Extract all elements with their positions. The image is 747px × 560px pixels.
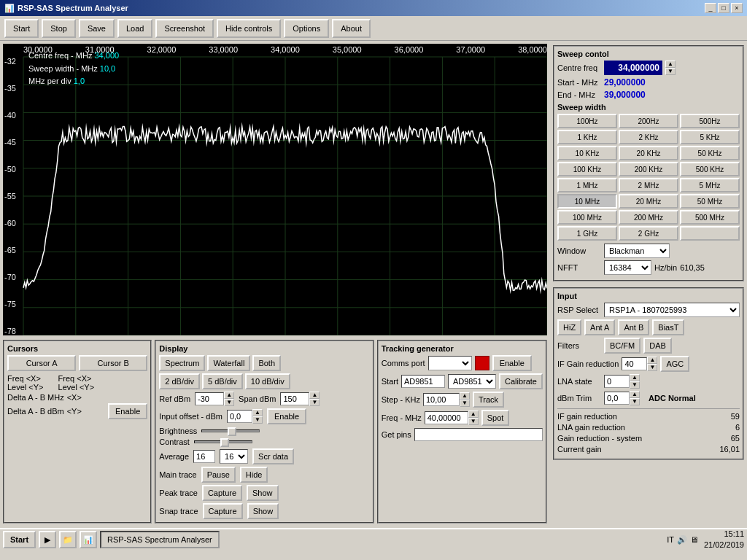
start-menu-btn[interactable]: Start (3, 531, 36, 548)
freq-50mhz[interactable]: 50 MHz (680, 194, 740, 209)
if-gain-input[interactable] (622, 357, 647, 370)
maximize-btn[interactable]: □ (718, 3, 729, 13)
offset-enable-btn[interactable]: Enable (267, 408, 306, 424)
quick-launch-1[interactable]: ▶ (39, 531, 56, 548)
snap-show-btn[interactable]: Show (247, 503, 279, 519)
freq-100khz[interactable]: 100 KHz (557, 162, 617, 176)
peak-capture-btn[interactable]: Capture (202, 485, 242, 501)
freq-200mhz[interactable]: 200 MHz (619, 210, 678, 225)
freq-mhz-input[interactable] (425, 411, 468, 424)
10db-btn[interactable]: 10 dB/div (245, 373, 290, 389)
hide-controls-btn[interactable]: Hide controls (217, 19, 281, 38)
window-select[interactable]: Blackman (604, 244, 670, 258)
about-toolbar-btn[interactable]: About (332, 19, 371, 38)
if-gain-down[interactable]: ▼ (647, 364, 657, 371)
centre-freq-down[interactable]: ▼ (665, 68, 676, 75)
pause-btn[interactable]: Pause (201, 467, 236, 483)
tg-start-input[interactable] (401, 375, 445, 388)
freq-2mhz[interactable]: 2 MHz (619, 178, 678, 192)
brightness-slider[interactable] (201, 429, 260, 432)
options-toolbar-btn[interactable]: Options (284, 19, 329, 38)
average-input[interactable] (193, 450, 215, 463)
average-select[interactable]: 16 (220, 449, 248, 464)
save-toolbar-btn[interactable]: Save (79, 19, 115, 38)
freq-20mhz[interactable]: 20 MHz (619, 194, 678, 209)
freq-5khz[interactable]: 5 KHz (680, 130, 740, 144)
freq-2ghz[interactable]: 2 GHz (619, 226, 678, 241)
track-btn[interactable]: Track (473, 392, 504, 408)
calibrate-btn[interactable]: Calibrate (499, 373, 543, 389)
ref-dbm-down[interactable]: ▼ (224, 399, 234, 406)
freq-5mhz[interactable]: 5 MHz (680, 178, 740, 192)
minimize-btn[interactable]: _ (705, 3, 716, 13)
dbm-trim-input[interactable] (604, 392, 630, 405)
freq-50khz[interactable]: 50 KHz (680, 146, 740, 160)
cursor-b-btn[interactable]: Cursor B (79, 355, 147, 371)
2db-btn[interactable]: 2 dB/div (159, 373, 200, 389)
scr-data-btn[interactable]: Scr data (252, 448, 294, 464)
freq-down[interactable]: ▼ (468, 418, 479, 425)
freq-500hz[interactable]: 500Hz (680, 114, 740, 128)
ref-dbm-up[interactable]: ▲ (224, 392, 234, 399)
biastee-btn[interactable]: BiasT (652, 319, 684, 335)
quick-launch-3[interactable]: 📊 (80, 531, 97, 548)
freq-up[interactable]: ▲ (468, 411, 479, 418)
nfft-select[interactable]: 16384 (604, 260, 651, 275)
tracking-enable-btn[interactable]: Enable (492, 355, 532, 371)
span-dbm-down[interactable]: ▼ (309, 399, 320, 406)
hide-btn[interactable]: Hide (240, 467, 268, 483)
step-up[interactable]: ▲ (460, 392, 470, 400)
step-khz-input[interactable] (423, 393, 460, 406)
freq-200khz[interactable]: 200 KHz (619, 162, 678, 176)
5db-btn[interactable]: 5 dB/div (202, 373, 243, 389)
freq-100mhz[interactable]: 100 MHz (557, 210, 617, 225)
freq-200hz[interactable]: 200Hz (619, 114, 678, 128)
contrast-slider[interactable] (194, 440, 252, 443)
freq-500mhz[interactable]: 500 MHz (680, 210, 740, 225)
waterfall-btn[interactable]: Waterfall (207, 355, 250, 371)
rsp-select[interactable]: RSP1A - 1807025993 (604, 303, 740, 317)
ant-b-btn[interactable]: Ant B (618, 319, 649, 335)
offset-up[interactable]: ▲ (252, 409, 263, 416)
ant-a-btn[interactable]: Ant A (584, 319, 615, 335)
freq-1mhz[interactable]: 1 MHz (557, 178, 617, 192)
freq-2khz[interactable]: 2 KHz (619, 130, 678, 144)
close-btn[interactable]: × (731, 3, 743, 13)
step-down[interactable]: ▼ (460, 400, 470, 407)
freq-1khz[interactable]: 1 KHz (557, 130, 617, 144)
freq-10khz[interactable]: 10 KHz (557, 146, 617, 160)
stop-toolbar-btn[interactable]: Stop (42, 19, 76, 38)
hiz-btn[interactable]: HiZ (557, 319, 581, 335)
trim-up[interactable]: ▲ (630, 391, 640, 398)
lna-up[interactable]: ▲ (630, 374, 640, 381)
freq-1ghz[interactable]: 1 GHz (557, 226, 617, 241)
lna-state-input[interactable] (604, 375, 630, 388)
input-offset-input[interactable] (227, 410, 252, 423)
spot-btn[interactable]: Spot (481, 410, 510, 426)
comms-port-select[interactable] (428, 356, 472, 370)
spectrum-btn[interactable]: Spectrum (159, 355, 205, 371)
screenshot-toolbar-btn[interactable]: Screenshot (155, 19, 214, 38)
span-dbm-input[interactable] (280, 392, 309, 405)
freq-20khz[interactable]: 20 KHz (619, 146, 678, 160)
if-gain-up[interactable]: ▲ (647, 357, 657, 364)
freq-100hz[interactable]: 100Hz (557, 114, 617, 128)
offset-down[interactable]: ▼ (252, 416, 263, 424)
cursor-a-btn[interactable]: Cursor A (7, 355, 76, 371)
freq-500khz[interactable]: 500 KHz (680, 162, 740, 176)
lna-down[interactable]: ▼ (630, 381, 640, 389)
freq-10mhz[interactable]: 10 MHz (557, 194, 617, 209)
both-btn[interactable]: Both (252, 355, 281, 371)
bcfm-btn[interactable]: BC/FM (604, 338, 640, 354)
ref-dbm-input[interactable] (195, 392, 224, 405)
agc-btn[interactable]: AGC (660, 356, 689, 372)
tg-start-select[interactable]: AD9851 (448, 374, 496, 389)
span-dbm-up[interactable]: ▲ (309, 392, 320, 399)
load-toolbar-btn[interactable]: Load (117, 19, 152, 38)
cursor-enable-btn[interactable]: Enable (108, 403, 147, 419)
centre-freq-up[interactable]: ▲ (665, 61, 676, 68)
start-toolbar-btn[interactable]: Start (4, 19, 39, 38)
quick-launch-2[interactable]: 📁 (59, 531, 77, 548)
peak-show-btn[interactable]: Show (247, 485, 279, 501)
dab-btn[interactable]: DAB (643, 338, 672, 354)
